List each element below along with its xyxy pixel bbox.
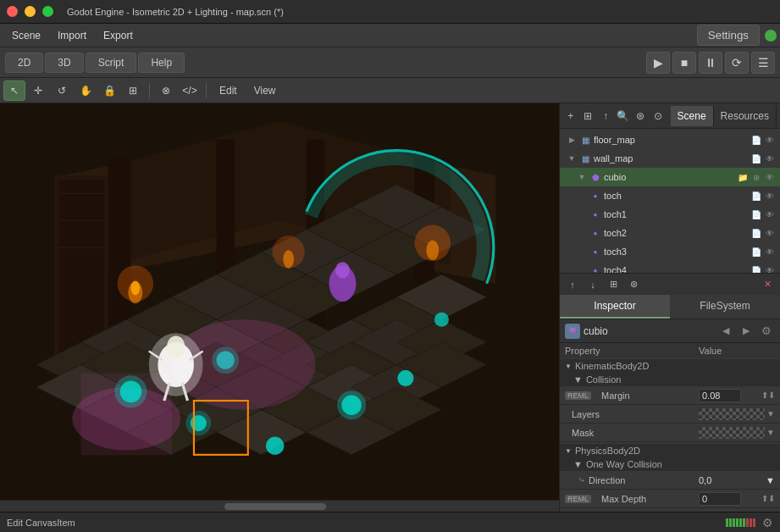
menu-export[interactable]: Export [95, 26, 141, 45]
node-vis-btn[interactable]: 👁 [763, 226, 777, 240]
node-script-btn[interactable]: 📄 [750, 152, 763, 165]
close-button[interactable] [7, 6, 18, 17]
node-script-btn[interactable]: 📄 [750, 208, 763, 221]
rotate-tool[interactable]: ↺ [51, 80, 73, 101]
node-script-btn[interactable]: 📄 [750, 245, 763, 258]
pan-tool[interactable]: ✋ [75, 80, 97, 101]
expand-arrow: ▶ [567, 136, 577, 144]
duplicate-footer[interactable]: ⊞ [604, 275, 622, 294]
move-up-footer[interactable]: ↑ [563, 275, 582, 294]
node-toch2[interactable]: ● toch2 📄 👁 [560, 224, 780, 242]
settings-button[interactable]: Settings [697, 25, 760, 46]
svg-point-68 [114, 375, 147, 407]
node-dot: ● [589, 226, 602, 240]
node-script-btn[interactable]: 📄 [750, 226, 763, 240]
expand-arrow: ▼ [567, 154, 577, 163]
tab-help[interactable]: Help [138, 53, 185, 73]
subsection-collision[interactable]: ▼ Collision [560, 373, 780, 386]
subsection-oneway[interactable]: ▼ One Way Collision [560, 457, 780, 471]
node-script-btn[interactable]: 📄 [750, 189, 763, 202]
section-title-kinematic[interactable]: ▼ KinematicBody2D [560, 359, 780, 373]
link-tool[interactable]: ⊗ [155, 80, 177, 101]
next-node-button[interactable]: ▶ [738, 323, 755, 340]
tab-3d[interactable]: 3D [45, 53, 83, 73]
node-vis-btn[interactable]: 👁 [763, 152, 777, 165]
add-tool[interactable]: ✛ [27, 80, 49, 101]
node-ext-btn[interactable]: ⊕ [750, 170, 763, 184]
menu-scene[interactable]: Scene [3, 26, 49, 45]
loop-button[interactable]: ⟳ [725, 52, 749, 74]
move-up-button[interactable]: ↑ [598, 107, 613, 125]
code-tool[interactable]: </> [179, 80, 201, 101]
tab-scene[interactable]: Scene [671, 106, 714, 126]
node-script-btn[interactable]: 📄 [750, 133, 763, 147]
delete-footer[interactable]: ✕ [758, 275, 777, 294]
mask-checker[interactable] [699, 427, 765, 439]
view-tabs: 2D 3D Script Help [5, 53, 185, 73]
tab-resources[interactable]: Resources [714, 106, 777, 126]
node-toch[interactable]: ● toch 📄 👁 [560, 186, 780, 205]
property-column-headers: Property Value [560, 343, 780, 358]
tab-2d[interactable]: 2D [5, 53, 43, 73]
menu-import[interactable]: Import [49, 26, 95, 45]
view-menu[interactable]: View [246, 82, 284, 99]
node-toch3[interactable]: ● toch3 📄 👁 [560, 242, 780, 261]
tab-inspector[interactable]: Inspector [560, 295, 670, 319]
node-vis-btn[interactable]: 👁 [763, 263, 777, 273]
expand-arrow: ▼ [577, 173, 587, 181]
pause-button[interactable]: ⏸ [699, 52, 722, 74]
node-floor-map[interactable]: ▶ ▦ floor_map 📄 👁 [560, 130, 780, 149]
node-settings-button[interactable]: ⚙ [758, 323, 775, 340]
horizontal-scrollbar[interactable] [0, 500, 559, 512]
prev-node-button[interactable]: ◀ [717, 323, 734, 340]
node-vis-btn[interactable]: 👁 [763, 189, 777, 202]
instance-footer[interactable]: ⊛ [624, 275, 643, 294]
stop-button[interactable]: ■ [672, 52, 696, 74]
group-button[interactable]: ⊛ [633, 107, 648, 125]
value-arrow[interactable]: ⬆⬇ [761, 391, 775, 400]
instance-button[interactable]: ⊞ [581, 107, 596, 125]
new-node-button[interactable]: + [563, 107, 578, 125]
select-tool[interactable]: ↖ [3, 80, 25, 101]
node-cubio[interactable]: ▼ ⬟ cubio 📁 ⊕ 👁 [560, 168, 780, 186]
layers-checker[interactable] [699, 408, 765, 420]
tab-filesystem[interactable]: FileSystem [670, 295, 780, 319]
status-indicator [765, 30, 777, 42]
menu-button[interactable]: ☰ [751, 52, 775, 74]
minimize-button[interactable] [25, 6, 36, 17]
remote-button[interactable]: ⊙ [650, 107, 666, 125]
value-arrow4[interactable]: ⬆⬇ [761, 494, 775, 503]
direction-arrow[interactable]: ▼ [766, 475, 775, 485]
lock-tool[interactable]: 🔒 [98, 80, 120, 101]
move-down-footer[interactable]: ↓ [584, 275, 602, 294]
group-tool[interactable]: ⊞ [122, 80, 144, 101]
maxdepth-input[interactable] [699, 492, 741, 506]
node-vis-btn[interactable]: 👁 [763, 245, 777, 258]
scroll-thumb[interactable] [224, 503, 326, 510]
node-toch4[interactable]: ● toch4 📄 👁 [560, 261, 780, 273]
value-arrow3[interactable]: ▼ [766, 428, 775, 437]
node-vis-btn[interactable]: 👁 [763, 208, 777, 221]
status-gear-button[interactable]: ⚙ [762, 516, 773, 529]
filter-button[interactable]: 🔍 [616, 107, 631, 125]
svg-point-76 [397, 370, 413, 386]
edit-menu[interactable]: Edit [212, 82, 245, 99]
play-button[interactable]: ▶ [646, 52, 670, 74]
canvas-viewport[interactable] [0, 103, 559, 500]
property-layers: Layers ▼ [560, 405, 780, 424]
property-margin: REML Margin ⬆⬇ [560, 386, 780, 405]
node-vis-btn[interactable]: 👁 [763, 133, 777, 147]
node-vis-btn[interactable]: 👁 [763, 170, 777, 184]
margin-input[interactable] [699, 389, 741, 402]
tab-script[interactable]: Script [86, 53, 137, 73]
value-arrow2[interactable]: ▼ [766, 409, 775, 418]
section-title-physics[interactable]: ▼ PhysicsBody2D [560, 444, 780, 457]
maximize-button[interactable] [42, 6, 53, 17]
inspector-panel: Inspector FileSystem 👾 cubio ◀ ▶ ⚙ Prope… [560, 295, 780, 512]
node-icon-tilemap2: ▦ [578, 152, 592, 165]
node-toch1[interactable]: ● toch1 📄 👁 [560, 205, 780, 224]
node-wall-map[interactable]: ▼ ▦ wall_map 📄 👁 [560, 149, 780, 168]
node-folder-btn[interactable]: 📁 [736, 170, 750, 184]
status-text: Edit CanvasItem [7, 518, 75, 528]
node-script-btn[interactable]: 📄 [750, 263, 763, 273]
